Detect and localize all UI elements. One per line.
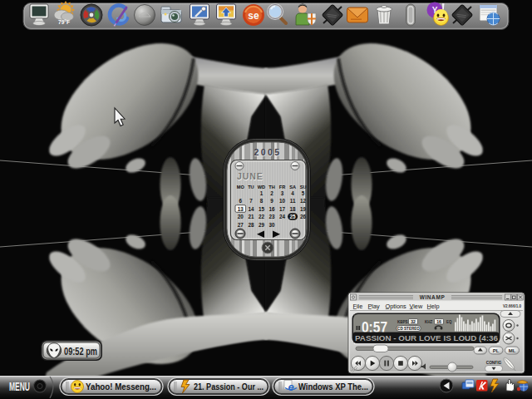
svg-text:3: 3: [281, 190, 284, 196]
svg-text:Yahoo! Messeng...: Yahoo! Messeng...: [86, 382, 156, 392]
svg-text:30: 30: [268, 222, 275, 228]
svg-text:KBPS: KBPS: [397, 320, 408, 324]
svg-text:19: 19: [300, 206, 307, 212]
svg-text:16: 16: [268, 206, 275, 212]
svg-text:2: 2: [270, 190, 273, 196]
svg-text:FR: FR: [279, 185, 285, 190]
svg-text:14: 14: [248, 206, 254, 212]
svg-text:Options: Options: [386, 303, 406, 310]
svg-text:23: 23: [268, 214, 275, 219]
svg-text:5: 5: [302, 190, 305, 196]
svg-text:Play: Play: [368, 303, 381, 310]
svg-text:16: 16: [436, 319, 441, 324]
svg-text:12: 12: [300, 198, 307, 204]
svg-text:WD: WD: [258, 185, 265, 190]
svg-text:26: 26: [300, 214, 307, 219]
svg-text:29: 29: [259, 222, 265, 228]
svg-text:79°F: 79°F: [58, 19, 70, 25]
svg-text:2005: 2005: [254, 147, 282, 157]
svg-text:18: 18: [290, 206, 297, 212]
svg-text:Windows XP The...: Windows XP The...: [298, 382, 368, 392]
svg-text:JUNE: JUNE: [237, 171, 264, 181]
svg-text:Help: Help: [427, 303, 440, 310]
svg-text:V2.666/1.0: V2.666/1.0: [503, 304, 522, 308]
svg-text:7: 7: [249, 198, 253, 204]
svg-text:ML: ML: [509, 348, 516, 353]
svg-text:CD STEREO: CD STEREO: [397, 327, 420, 331]
svg-text:8: 8: [260, 198, 264, 204]
svg-text:11: 11: [290, 198, 296, 204]
svg-text:28: 28: [248, 222, 254, 228]
svg-text:File: File: [353, 303, 363, 310]
svg-text:PL: PL: [493, 348, 500, 353]
svg-text:13: 13: [238, 206, 244, 212]
svg-text:MO: MO: [237, 185, 245, 190]
svg-text:MENU: MENU: [9, 380, 30, 393]
svg-text:17: 17: [279, 206, 286, 212]
svg-text:EQ: EQ: [446, 320, 452, 324]
svg-text:15: 15: [259, 206, 265, 212]
svg-text:22: 22: [259, 214, 265, 219]
svg-text:WINAMP: WINAMP: [420, 294, 446, 300]
svg-text:6: 6: [239, 198, 243, 204]
svg-text:1: 1: [260, 190, 264, 196]
svg-text:TU: TU: [248, 185, 254, 190]
svg-text:TH: TH: [268, 185, 274, 190]
svg-text:CONFIG: CONFIG: [486, 361, 502, 365]
svg-text:21. Passion - Our ...: 21. Passion - Our ...: [194, 382, 264, 392]
svg-text:SU: SU: [300, 185, 307, 190]
svg-text:21: 21: [248, 214, 254, 219]
svg-text:PASSION - OUR LOVE IS LOUD (4:: PASSION - OUR LOVE IS LOUD (4:36: [355, 334, 498, 342]
svg-text:e: e: [288, 381, 293, 393]
svg-text:25: 25: [290, 214, 297, 219]
svg-text:20: 20: [238, 214, 244, 219]
svg-text:32: 32: [411, 319, 416, 324]
svg-text:27: 27: [238, 222, 244, 228]
svg-text:se: se: [248, 10, 259, 22]
svg-text:10: 10: [279, 198, 286, 204]
svg-text:09:52 pm: 09:52 pm: [64, 346, 97, 357]
svg-text:4: 4: [291, 190, 294, 196]
svg-text:View: View: [410, 303, 423, 310]
svg-text:SA: SA: [289, 185, 296, 190]
svg-text:KHZ: KHZ: [425, 320, 432, 324]
svg-text:24: 24: [279, 214, 286, 219]
svg-text:9: 9: [270, 198, 273, 204]
